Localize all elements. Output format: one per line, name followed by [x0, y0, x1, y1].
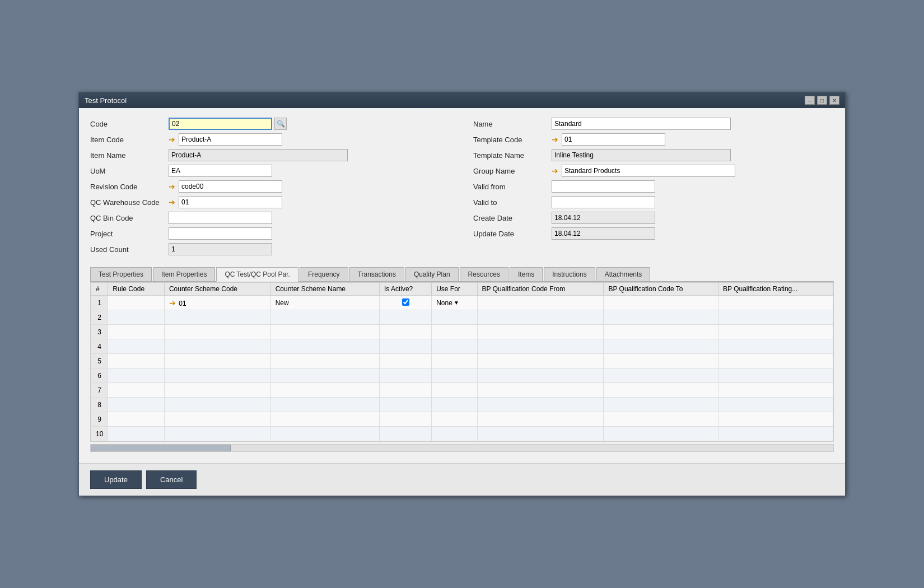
- is-active-checkbox-1[interactable]: [402, 298, 409, 306]
- create-date-row: Create Date: [473, 211, 834, 225]
- revision-code-arrow-icon[interactable]: ➔: [169, 182, 175, 191]
- col-header-is-active: Is Active?: [379, 283, 431, 296]
- project-input-wrapper: [169, 227, 451, 240]
- footer: Update Cancel: [79, 463, 845, 496]
- cell-rule-code-1[interactable]: [108, 296, 165, 310]
- window-title: Test Protocol: [85, 96, 127, 105]
- uom-label: UoM: [90, 167, 169, 175]
- item-code-arrow-icon[interactable]: ➔: [169, 135, 175, 144]
- valid-from-input-wrapper: [552, 180, 834, 193]
- template-code-arrow-icon[interactable]: ➔: [552, 135, 558, 144]
- cell-bp-qual-to-1[interactable]: [604, 296, 718, 310]
- table-row: 2: [91, 310, 833, 325]
- uom-input[interactable]: [169, 165, 272, 177]
- tabs-row: Test Properties Item Properties QC Test/…: [90, 267, 834, 282]
- qc-warehouse-code-input[interactable]: [179, 196, 282, 208]
- tab-quality-plan[interactable]: Quality Plan: [405, 267, 459, 281]
- item-code-row: Item Code ➔: [90, 133, 451, 146]
- item-code-input-wrapper: ➔: [169, 133, 451, 146]
- valid-to-row: Valid to: [473, 195, 834, 209]
- maximize-button[interactable]: □: [817, 96, 827, 105]
- qc-warehouse-code-input-wrapper: ➔: [169, 196, 451, 208]
- minimize-button[interactable]: –: [805, 96, 815, 105]
- create-date-input-wrapper: [552, 212, 834, 224]
- tab-items[interactable]: Items: [510, 267, 543, 281]
- update-date-row: Update Date: [473, 227, 834, 240]
- table-row: 6: [91, 368, 833, 383]
- template-code-input-wrapper: ➔: [552, 133, 834, 146]
- col-header-bp-qual-rating: BP Qualification Rating...: [718, 283, 833, 296]
- cancel-button[interactable]: Cancel: [146, 470, 197, 489]
- template-code-input[interactable]: [562, 133, 665, 146]
- tab-test-properties[interactable]: Test Properties: [90, 267, 152, 281]
- data-table-container: # Rule Code Counter Scheme Code Counter …: [90, 282, 834, 442]
- qc-warehouse-code-arrow-icon[interactable]: ➔: [169, 198, 175, 207]
- col-header-bp-qual-to: BP Qualification Code To: [604, 283, 718, 296]
- tab-instructions[interactable]: Instructions: [544, 267, 595, 281]
- tab-resources[interactable]: Resources: [460, 267, 508, 281]
- used-count-label: Used Count: [90, 245, 169, 254]
- update-date-label: Update Date: [473, 230, 552, 238]
- update-date-input-wrapper: [552, 227, 834, 240]
- valid-to-label: Valid to: [473, 198, 552, 207]
- table-row: 5: [91, 354, 833, 368]
- scrollbar-thumb[interactable]: [91, 445, 231, 451]
- cell-bp-qual-from-1[interactable]: [477, 296, 604, 310]
- project-input[interactable]: [169, 227, 272, 240]
- group-name-input[interactable]: [562, 165, 735, 177]
- used-count-input-wrapper: [169, 243, 451, 255]
- table-row: 7: [91, 383, 833, 398]
- valid-to-input-wrapper: [552, 196, 834, 208]
- left-form: Code 🔍 Item Code ➔ Item Name: [90, 117, 451, 258]
- valid-from-label: Valid from: [473, 183, 552, 191]
- uom-row: UoM: [90, 164, 451, 178]
- create-date-input: [552, 212, 655, 224]
- qc-bin-code-input[interactable]: [169, 212, 272, 224]
- tab-attachments[interactable]: Attachments: [596, 267, 651, 281]
- item-name-label: Item Name: [90, 151, 169, 160]
- counter-scheme-arrow-icon[interactable]: ➔: [169, 298, 176, 307]
- valid-to-input[interactable]: [552, 196, 655, 208]
- project-row: Project: [90, 227, 451, 240]
- revision-code-input-wrapper: ➔: [169, 180, 451, 193]
- close-button[interactable]: ✕: [829, 96, 839, 105]
- cell-is-active-1[interactable]: [379, 296, 431, 310]
- tab-frequency[interactable]: Frequency: [300, 267, 348, 281]
- template-code-label: Template Code: [473, 136, 552, 144]
- use-for-dropdown-icon[interactable]: ▼: [454, 300, 459, 306]
- valid-from-input[interactable]: [552, 180, 655, 193]
- horizontal-scrollbar[interactable]: [90, 444, 834, 452]
- cell-counter-scheme-code-1: ➔ 01: [164, 296, 270, 310]
- item-code-input[interactable]: [179, 133, 282, 146]
- cell-counter-scheme-name-1[interactable]: New: [270, 296, 379, 310]
- col-header-counter-scheme-name: Counter Scheme Name: [270, 283, 379, 296]
- tab-item-properties[interactable]: Item Properties: [153, 267, 215, 281]
- name-row: Name: [473, 117, 834, 130]
- cell-num-1: 1: [91, 296, 108, 310]
- title-bar: Test Protocol – □ ✕: [79, 92, 845, 108]
- tab-qc-test-pool[interactable]: QC Test/QC Pool Par.: [216, 267, 298, 282]
- item-name-input: [169, 149, 348, 161]
- revision-code-input[interactable]: [179, 180, 282, 193]
- right-form: Name Template Code ➔ Template Name: [473, 117, 834, 258]
- table-row: 10: [91, 427, 833, 441]
- cell-use-for-1[interactable]: None ▼: [432, 296, 477, 310]
- code-row: Code 🔍: [90, 117, 451, 130]
- col-header-use-for: Use For: [432, 283, 477, 296]
- cell-bp-qual-rating-1[interactable]: [718, 296, 833, 310]
- tab-transactions[interactable]: Transactions: [349, 267, 404, 281]
- code-input[interactable]: [169, 118, 272, 130]
- template-name-input: [552, 149, 731, 161]
- window-controls: – □ ✕: [805, 96, 839, 105]
- col-header-num: #: [91, 283, 108, 296]
- name-input[interactable]: [552, 118, 731, 130]
- qc-bin-code-row: QC Bin Code: [90, 211, 451, 225]
- col-header-rule-code: Rule Code: [108, 283, 165, 296]
- update-button[interactable]: Update: [90, 470, 142, 489]
- qc-warehouse-code-row: QC Warehouse Code ➔: [90, 195, 451, 209]
- code-search-button[interactable]: 🔍: [274, 118, 287, 130]
- update-date-input: [552, 227, 655, 240]
- group-name-arrow-icon[interactable]: ➔: [552, 166, 558, 175]
- qc-bin-code-input-wrapper: [169, 212, 451, 224]
- uom-input-wrapper: [169, 165, 451, 177]
